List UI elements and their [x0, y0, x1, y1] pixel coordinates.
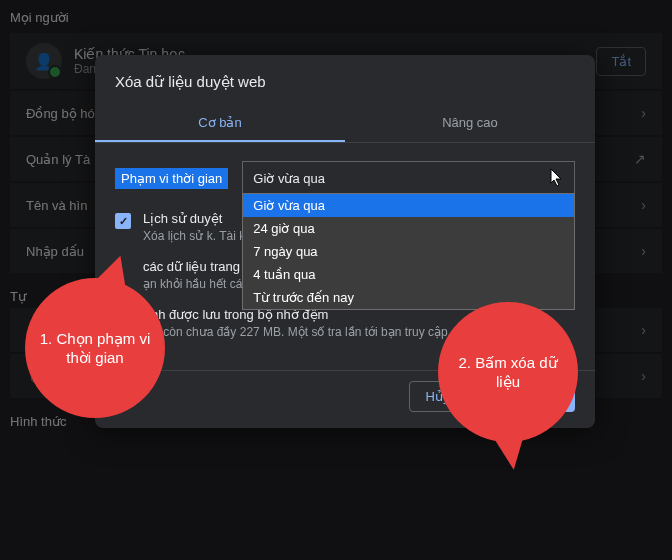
cache-desc: ệm còn chưa đầy 227 MB. Một số tra lần t… [143, 324, 451, 341]
dialog-title: Xóa dữ liệu duyệt web [95, 55, 595, 105]
time-range-select[interactable]: Giờ vừa qua [242, 161, 575, 195]
tab-advanced[interactable]: Nâng cao [345, 105, 595, 142]
time-range-dropdown: Giờ vừa qua 24 giờ qua 7 ngày qua 4 tuần… [242, 193, 575, 310]
option-7d[interactable]: 7 ngày qua [243, 240, 574, 263]
option-4w[interactable]: 4 tuần qua [243, 263, 574, 286]
option-24h[interactable]: 24 giờ qua [243, 217, 574, 240]
callout-step1: 1. Chọn phạm vi thời gian [25, 278, 165, 418]
checkbox-history[interactable]: ✓ [115, 213, 131, 229]
cursor-icon [550, 169, 564, 187]
time-range-label: Phạm vi thời gian [115, 168, 228, 189]
callout-step2: 2. Bấm xóa dữ liệu [438, 302, 578, 442]
tab-basic[interactable]: Cơ bản [95, 105, 345, 142]
option-hour[interactable]: Giờ vừa qua [243, 194, 574, 217]
